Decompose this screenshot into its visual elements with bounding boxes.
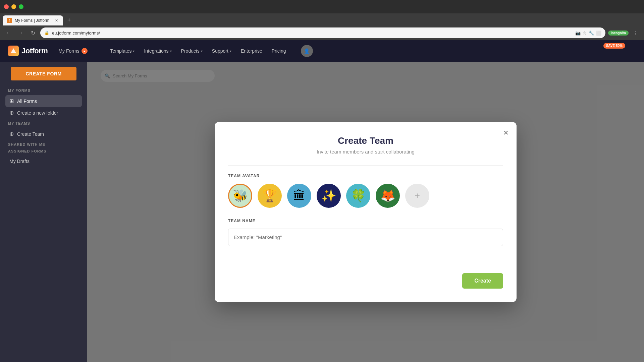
- window-maximize-button[interactable]: [19, 4, 23, 9]
- modal-divider: [228, 165, 503, 166]
- avatar-emoji-3: 🏛: [293, 189, 305, 203]
- modal-title: Create Team: [228, 135, 503, 146]
- my-forms-nav-label: My Forms: [58, 48, 79, 54]
- window-close-button[interactable]: [4, 4, 9, 9]
- close-icon: ✕: [503, 129, 509, 137]
- url-text: eu.jotform.com/myforms/: [52, 31, 573, 36]
- address-bar[interactable]: 🔒 eu.jotform.com/myforms/ 📷 ☆ 🔧 ⬜: [40, 27, 605, 38]
- app-content: Jotform My Forms ● Templates ▾ Integrati…: [0, 40, 644, 362]
- assigned-section: ASSIGNED FORMS: [0, 149, 87, 153]
- create-form-button[interactable]: CREATE FORM: [11, 67, 76, 80]
- camera-off-icon: 📷: [575, 31, 581, 36]
- modal-close-button[interactable]: ✕: [500, 127, 511, 138]
- products-label: Products: [181, 48, 200, 54]
- drafts-section: My Drafts: [0, 156, 87, 167]
- avatar-emoji-5: 🍀: [351, 189, 366, 203]
- support-nav[interactable]: Support ▾: [208, 46, 235, 56]
- drafts-label: My Drafts: [9, 159, 30, 164]
- window-minimize-button[interactable]: [11, 4, 16, 9]
- avatar-option-2[interactable]: 🏆: [258, 184, 282, 208]
- logo-area[interactable]: Jotform: [8, 46, 48, 56]
- shared-section-label: SHARED WITH ME: [5, 142, 82, 146]
- shared-section: SHARED WITH ME: [0, 142, 87, 146]
- save-badge[interactable]: SAVE 50%: [603, 43, 625, 49]
- enterprise-label: Enterprise: [241, 48, 262, 54]
- avatar-grid: 🐝 🏆 🏛 ✨: [228, 184, 503, 208]
- products-nav[interactable]: Products ▾: [177, 46, 207, 56]
- templates-label: Templates: [110, 48, 132, 54]
- forward-button[interactable]: →: [16, 28, 25, 38]
- enterprise-nav[interactable]: Enterprise: [237, 46, 266, 56]
- browser-titlebar: [0, 0, 644, 13]
- svg-marker-0: [11, 48, 16, 53]
- browser-controls: [4, 4, 23, 9]
- my-teams-section-label: MY TEAMS: [5, 121, 82, 125]
- integrations-nav[interactable]: Integrations ▾: [140, 46, 175, 56]
- all-forms-icon: ⊞: [9, 98, 14, 104]
- templates-chevron-icon: ▾: [133, 49, 135, 53]
- create-team-modal: ✕ Create Team Invite team members and st…: [215, 122, 517, 302]
- create-folder-item[interactable]: ⊕ Create a new folder: [5, 107, 82, 119]
- tab-favicon: J: [7, 18, 12, 23]
- templates-nav[interactable]: Templates ▾: [106, 46, 139, 56]
- avatar-option-1[interactable]: 🐝: [228, 184, 252, 208]
- modal-footer-divider: [228, 265, 503, 265]
- avatar-emoji-6: 🦊: [380, 189, 395, 203]
- add-team-icon: ⊕: [9, 131, 14, 137]
- logo-text: Jotform: [21, 47, 48, 55]
- avatar-option-6[interactable]: 🦊: [376, 184, 400, 208]
- create-team-button[interactable]: Create: [462, 273, 503, 289]
- forms-count-badge: ●: [82, 48, 88, 54]
- extensions-icon[interactable]: 🔧: [589, 31, 594, 36]
- lock-icon: 🔒: [44, 31, 49, 35]
- toolbar-right: Incognito ⋮: [608, 28, 640, 38]
- browser-chrome: J My Forms | Jotform ✕ + ← → ↻ 🔒 eu.jotf…: [0, 0, 644, 40]
- modal-footer: Create: [228, 273, 503, 289]
- avatar-option-3[interactable]: 🏛: [287, 184, 311, 208]
- main-layout: CREATE FORM MY FORMS ⊞ All Forms ⊕ Creat…: [0, 62, 644, 362]
- products-chevron-icon: ▾: [201, 49, 203, 53]
- split-view-icon[interactable]: ⬜: [596, 31, 601, 36]
- avatar-emoji-4: ✨: [321, 189, 336, 203]
- active-tab[interactable]: J My Forms | Jotform ✕: [3, 15, 63, 25]
- my-forms-nav[interactable]: My Forms ●: [58, 48, 87, 54]
- refresh-button[interactable]: ↻: [28, 28, 38, 38]
- add-avatar-button[interactable]: +: [405, 184, 429, 208]
- modal-overlay: ✕ Create Team Invite team members and st…: [87, 62, 644, 362]
- avatar-emoji-1: 🐝: [233, 189, 248, 203]
- avatar-emoji-2: 🏆: [262, 189, 277, 203]
- integrations-label: Integrations: [144, 48, 168, 54]
- all-forms-label: All Forms: [17, 99, 37, 104]
- create-team-label: Create Team: [17, 131, 44, 137]
- nav-links: Templates ▾ Integrations ▾ Products ▾ Su…: [106, 46, 290, 56]
- sidebar: CREATE FORM MY FORMS ⊞ All Forms ⊕ Creat…: [0, 62, 87, 362]
- tab-title: My Forms | Jotform: [15, 18, 49, 23]
- user-avatar[interactable]: 👤: [301, 45, 313, 57]
- team-name-input[interactable]: [228, 229, 503, 246]
- more-options-button[interactable]: ⋮: [631, 28, 640, 38]
- back-button[interactable]: ←: [4, 28, 13, 38]
- my-forms-section: MY FORMS ⊞ All Forms ⊕ Create a new fold…: [0, 88, 87, 119]
- avatar-option-4[interactable]: ✨: [317, 184, 341, 208]
- pricing-nav[interactable]: Pricing: [268, 46, 290, 56]
- content-area: 🔍 Search My Forms ✕ Create Team Invite t…: [87, 62, 644, 362]
- drafts-item[interactable]: My Drafts: [5, 156, 82, 167]
- create-folder-label: Create a new folder: [17, 110, 58, 116]
- support-chevron-icon: ▾: [230, 49, 231, 53]
- avatar-option-5[interactable]: 🍀: [346, 184, 370, 208]
- my-forms-section-label: MY FORMS: [5, 88, 82, 93]
- create-team-item[interactable]: ⊕ Create Team: [5, 128, 82, 140]
- pricing-label: Pricing: [272, 48, 286, 54]
- tab-close-button[interactable]: ✕: [54, 18, 59, 23]
- add-folder-icon: ⊕: [9, 110, 14, 116]
- add-avatar-icon: +: [415, 190, 420, 201]
- new-tab-button[interactable]: +: [64, 15, 74, 25]
- team-name-label: TEAM NAME: [228, 219, 503, 223]
- modal-subtitle: Invite team members and start collaborat…: [228, 149, 503, 155]
- all-forms-item[interactable]: ⊞ All Forms: [5, 95, 82, 107]
- integrations-chevron-icon: ▾: [170, 49, 172, 53]
- star-icon[interactable]: ☆: [583, 31, 587, 36]
- address-icons: 📷 ☆ 🔧 ⬜: [575, 31, 601, 36]
- logo-icon: [8, 46, 19, 56]
- team-avatar-label: TEAM AVATAR: [228, 174, 503, 178]
